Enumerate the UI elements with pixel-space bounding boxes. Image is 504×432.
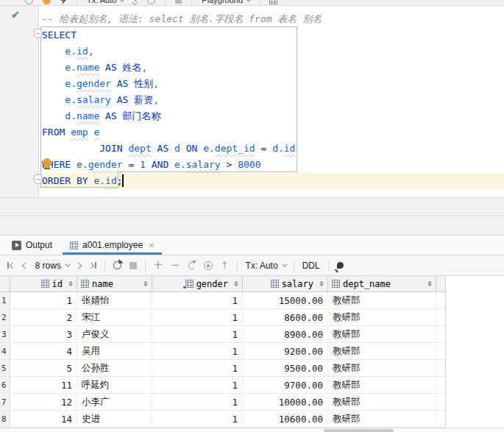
cell-dept_name[interactable]: 教研部 [328, 377, 436, 393]
cell-id[interactable]: 5 [10, 360, 77, 376]
cell-dept_name[interactable]: 教研部 [328, 394, 436, 410]
code-line-0[interactable]: -- 给表起别名, 语法: select 别名.字段名 from 表名 别名 [42, 11, 322, 27]
row-number[interactable]: 8 [0, 411, 10, 427]
tab-output[interactable]: Output [3, 236, 61, 255]
cell-salary[interactable]: 9500.00 [243, 360, 328, 376]
horizontal-scrollbar[interactable] [0, 428, 504, 432]
cell-dept_name[interactable]: 教研部 [328, 343, 436, 359]
cell-dept_name[interactable]: 教研部 [328, 292, 436, 308]
sql-editor[interactable]: ✔ − − -- 给表起别名, 语法: select 别名.字段名 from 表… [0, 6, 504, 197]
cell-id[interactable]: 14 [10, 411, 77, 427]
rollback-icon[interactable] [147, 0, 155, 4]
cell-dept_name[interactable]: 教研部 [328, 360, 436, 376]
column-header-gender[interactable]: gender [152, 276, 243, 291]
revert-icon[interactable] [188, 262, 196, 269]
table-row[interactable]: 712小李广110000.00教研部 [0, 394, 446, 411]
row-number[interactable]: 3 [0, 326, 10, 342]
fold-marker-icon[interactable]: − [34, 29, 42, 38]
cell-gender[interactable]: 1 [152, 309, 243, 325]
cell-salary[interactable]: 8600.00 [243, 309, 328, 325]
sort-arrows-icon[interactable] [234, 281, 238, 287]
reload-icon[interactable] [113, 261, 121, 269]
upload-icon[interactable]: ↑ [221, 261, 229, 270]
cell-dept_name[interactable]: 教研部 [328, 326, 436, 342]
code-line-4[interactable]: e.gender AS 性别, [42, 76, 159, 92]
code-line-8[interactable]: JOIN dept AS d ON e.dept_id = d.id [42, 141, 295, 157]
table-row[interactable]: 44吴用19200.00教研部 [0, 343, 446, 360]
cell-id[interactable]: 1 [10, 292, 77, 308]
cell-name[interactable]: 史进 [77, 411, 152, 427]
cell-id[interactable]: 3 [10, 326, 77, 342]
cell-dept_name[interactable]: 教研部 [328, 309, 436, 325]
cell-name[interactable]: 小李广 [77, 394, 152, 410]
row-number[interactable]: 1 [0, 292, 10, 308]
cell-id[interactable]: 11 [10, 377, 77, 393]
cell-name[interactable]: 张婧怡 [77, 292, 152, 308]
cell-id[interactable]: 12 [10, 394, 77, 410]
cell-salary[interactable]: 9200.00 [243, 343, 328, 359]
ddl-button[interactable]: DDL [302, 261, 320, 271]
profiler-icon[interactable] [43, 0, 51, 4]
row-number[interactable]: 2 [0, 309, 10, 325]
code-line-9[interactable]: WHERE e.gender = 1 AND e.salary > 8000 [42, 157, 260, 173]
intention-bulb-icon[interactable] [43, 158, 52, 167]
code-line-2[interactable]: e.id, [42, 43, 93, 60]
table-row[interactable]: 55公孙胜19500.00教研部 [0, 360, 446, 377]
cell-gender[interactable]: 1 [152, 411, 243, 427]
last-page-button[interactable] [89, 262, 96, 269]
scrollbar-thumb[interactable] [324, 429, 394, 432]
stop-icon[interactable] [129, 262, 137, 269]
table-row[interactable]: 611呼延灼19700.00教研部 [0, 377, 446, 394]
column-header-salary[interactable]: salary [243, 276, 328, 291]
cell-id[interactable]: 2 [10, 309, 77, 325]
sort-arrows-icon[interactable] [427, 281, 432, 287]
tx-mode-dropdown[interactable]: Tx: Auto [87, 0, 123, 4]
cell-gender[interactable]: 1 [152, 377, 243, 393]
code-line-7[interactable]: FROM emp e [42, 124, 99, 141]
table-row[interactable]: 33卢俊义18900.00教研部 [0, 326, 446, 343]
cell-gender[interactable]: 1 [152, 326, 243, 342]
column-header-name[interactable]: name [77, 276, 152, 291]
sort-arrows-icon[interactable] [319, 281, 324, 287]
cell-id[interactable]: 4 [10, 343, 77, 359]
cell-gender[interactable]: 1 [152, 360, 243, 376]
sort-arrows-icon[interactable] [68, 281, 73, 287]
cell-dept_name[interactable]: 教研部 [328, 411, 436, 427]
tab-result-table[interactable]: a001.employee × [61, 236, 163, 255]
submit-icon[interactable] [204, 261, 213, 270]
cell-salary[interactable]: 8900.00 [243, 326, 328, 342]
cell-name[interactable]: 卢俊义 [77, 326, 152, 342]
stop-icon[interactable] [175, 0, 182, 4]
pin-icon[interactable] [337, 262, 344, 269]
fold-marker-icon[interactable]: − [34, 174, 42, 184]
column-header-id[interactable]: id [10, 276, 77, 291]
close-icon[interactable]: × [149, 241, 155, 250]
row-number[interactable]: 5 [0, 360, 10, 376]
cell-salary[interactable]: 10000.00 [243, 394, 328, 410]
code-line-6[interactable]: d.name AS 部门名称 [42, 108, 161, 124]
commit-arrow-icon[interactable] [132, 0, 138, 4]
row-number[interactable]: 7 [0, 394, 10, 410]
table-row[interactable]: 22宋江18600.00教研部 [0, 309, 446, 326]
previous-page-button[interactable] [23, 263, 27, 268]
table-icon[interactable] [269, 0, 277, 4]
page-size-dropdown[interactable]: 8 rows [35, 261, 68, 271]
cell-name[interactable]: 宋江 [77, 309, 152, 325]
tx-mode-dropdown[interactable]: Tx: Auto [246, 261, 285, 271]
table-row[interactable]: 814史进110600.00教研部 [0, 411, 446, 428]
next-page-button[interactable] [77, 263, 81, 268]
cell-gender[interactable]: 1 [152, 292, 243, 308]
sort-arrows-icon[interactable] [143, 281, 148, 287]
code-line-10[interactable]: ORDER BY e.id; [42, 173, 123, 189]
cell-name[interactable]: 公孙胜 [77, 360, 152, 376]
cell-salary[interactable]: 10600.00 [243, 411, 328, 427]
table-row[interactable]: 11张婧怡115000.00教研部 [0, 292, 446, 309]
row-number[interactable]: 4 [0, 343, 10, 359]
cell-salary[interactable]: 15000.00 [243, 292, 328, 308]
code-line-5[interactable]: e.salary AS 薪资, [42, 92, 159, 108]
lightning-icon[interactable] [60, 0, 67, 5]
first-page-button[interactable] [7, 262, 15, 269]
cell-name[interactable]: 吴用 [77, 343, 152, 359]
row-number[interactable]: 6 [0, 377, 10, 393]
column-header-dept_name[interactable]: dept_name [328, 276, 436, 291]
